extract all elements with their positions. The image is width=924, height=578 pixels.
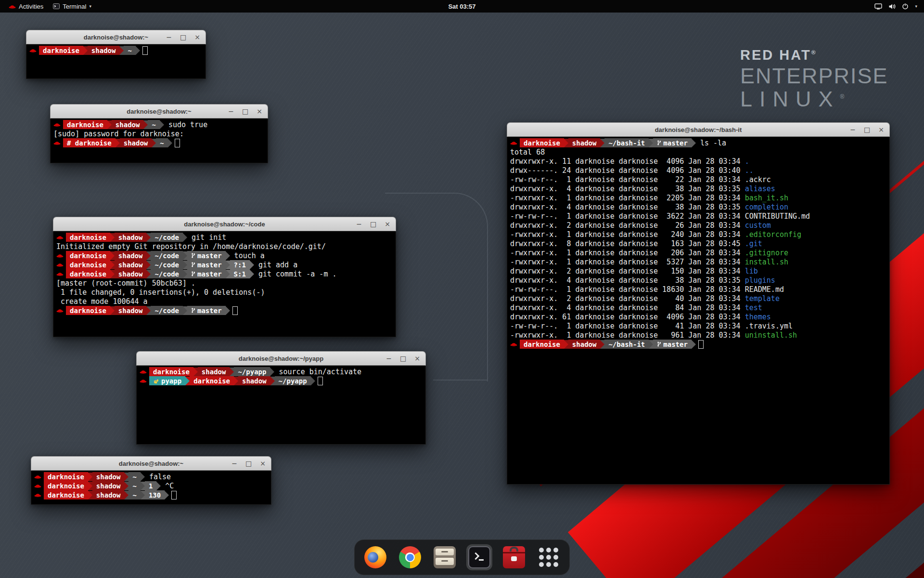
terminal-window-1[interactable]: darknoise@shadow:~−□×darknoiseshadow~ bbox=[26, 30, 206, 79]
terminal-window-6[interactable]: darknoise@shadow:~/bash-it−□×darknoisesh… bbox=[507, 122, 890, 485]
maximize-button[interactable]: □ bbox=[400, 355, 406, 362]
app-grid-icon bbox=[538, 546, 560, 568]
close-button[interactable]: × bbox=[194, 34, 200, 40]
activities-button[interactable]: Activities bbox=[4, 0, 48, 13]
terminal-line: [sudo] password for darknoise: bbox=[53, 129, 265, 138]
minimize-button[interactable]: − bbox=[166, 34, 172, 40]
maximize-button[interactable]: □ bbox=[180, 34, 186, 40]
terminal-content[interactable]: darknoiseshadow~/pyapp source bin/activa… bbox=[136, 366, 426, 445]
chrome-launcher[interactable] bbox=[397, 544, 423, 570]
close-button[interactable]: × bbox=[257, 108, 262, 115]
redhat-prompt-icon bbox=[56, 262, 64, 267]
powerline-arrow bbox=[119, 46, 124, 55]
window-titlebar[interactable]: darknoise@shadow:~/code−□× bbox=[53, 217, 396, 231]
maximize-button[interactable]: □ bbox=[242, 108, 248, 115]
output-text: -rwxrwxr-x. 1 darknoise darknoise 2205 J… bbox=[510, 194, 745, 202]
app-grid-launcher[interactable] bbox=[536, 544, 562, 570]
minimize-button[interactable]: − bbox=[386, 355, 392, 362]
powerline-arrow bbox=[110, 270, 115, 278]
system-menu[interactable]: ▾ bbox=[872, 0, 920, 13]
terminal-line: drwxrwxr-x. 4 darknoise darknoise 38 Jan… bbox=[510, 276, 886, 285]
terminal-content[interactable]: darknoiseshadow~/bash-itmaster ls -latot… bbox=[507, 137, 890, 485]
terminal-window-3[interactable]: darknoise@shadow:~/code−□×darknoiseshado… bbox=[53, 217, 396, 337]
close-button[interactable]: × bbox=[878, 126, 884, 133]
prompt-segment-path: ~/code bbox=[151, 260, 183, 269]
close-button[interactable]: × bbox=[385, 221, 390, 227]
prompt-segment-host: shadow bbox=[238, 376, 270, 385]
window-titlebar[interactable]: darknoise@shadow:~−□× bbox=[31, 456, 271, 471]
minimize-button[interactable]: − bbox=[850, 126, 856, 133]
redhat-prompt-icon bbox=[29, 48, 37, 53]
terminal-window-4[interactable]: darknoise@shadow:~/pyapp−□×darknoiseshad… bbox=[136, 351, 426, 445]
firefox-launcher[interactable] bbox=[362, 544, 388, 570]
prompt-segment-exit: 1 bbox=[145, 481, 156, 490]
prompt-segment-path: ~/code bbox=[151, 233, 183, 242]
terminal-window-5[interactable]: darknoise@shadow:~−□×darknoiseshadow~ fa… bbox=[31, 456, 271, 505]
output-text: uninstall.sh bbox=[745, 331, 797, 340]
output-text: lib bbox=[745, 267, 758, 276]
powerline-arrow bbox=[270, 368, 274, 376]
prompt-segment-venv: pyapp bbox=[149, 376, 185, 385]
terminal-line: -rw-rw-r--. 1 darknoise darknoise 3622 J… bbox=[510, 211, 886, 221]
powerline-arrow bbox=[600, 139, 604, 147]
output-text: drwxrwxr-x. 2 darknoise darknoise 40 Jan… bbox=[510, 294, 745, 303]
files-launcher[interactable] bbox=[432, 544, 458, 570]
close-button[interactable]: × bbox=[260, 460, 266, 467]
terminal-launcher[interactable] bbox=[466, 544, 492, 570]
minimize-button[interactable]: − bbox=[231, 460, 237, 467]
prompt-segment-host: shadow bbox=[115, 306, 147, 315]
maximize-button[interactable]: □ bbox=[370, 221, 376, 227]
window-controls: −□× bbox=[850, 123, 884, 136]
drawer bbox=[436, 558, 454, 565]
output-text: drwxrwxr-x. 61 darknoise darknoise 4096 … bbox=[510, 313, 745, 321]
powerline-arrow bbox=[146, 270, 151, 278]
prompt-segment-git: master bbox=[187, 269, 226, 278]
powerline-arrow bbox=[141, 491, 145, 499]
window-title: darknoise@shadow:~ bbox=[127, 108, 191, 115]
redhat-prompt-icon bbox=[56, 235, 64, 240]
prompt-segment-path: ~ bbox=[128, 490, 140, 499]
prompt-segment-user: # darknoise bbox=[63, 138, 116, 147]
firefox-icon bbox=[364, 546, 386, 568]
terminal-content[interactable]: darknoiseshadow~ sudo true[sudo] passwor… bbox=[50, 118, 268, 163]
window-title: darknoise@shadow:~/bash-it bbox=[655, 126, 742, 133]
terminal-window-2[interactable]: darknoise@shadow:~−□×darknoiseshadow~ su… bbox=[50, 104, 268, 163]
terminal-content[interactable]: darknoiseshadow~/code git initInitialize… bbox=[53, 231, 396, 337]
minimize-button[interactable]: − bbox=[228, 108, 234, 115]
close-button[interactable]: × bbox=[414, 355, 420, 362]
prompt-segment-host: shadow bbox=[120, 138, 152, 147]
terminal-content[interactable]: darknoiseshadow~ falsedarknoiseshadow~1 … bbox=[31, 471, 271, 505]
command-text: sudo true bbox=[164, 120, 207, 129]
window-titlebar[interactable]: darknoise@shadow:~−□× bbox=[50, 104, 268, 118]
top-bar: Activities Terminal ▾ Sat 03:57 ▾ bbox=[0, 0, 924, 13]
toolbox-launcher[interactable] bbox=[501, 544, 527, 570]
powerline-arrow bbox=[230, 368, 234, 376]
terminal-line: drwxrwxr-x. 2 darknoise darknoise 26 Jan… bbox=[510, 221, 886, 230]
window-titlebar[interactable]: darknoise@shadow:~/bash-it−□× bbox=[507, 122, 890, 137]
maximize-button[interactable]: □ bbox=[864, 126, 870, 133]
command-text: false bbox=[145, 473, 171, 481]
powerline-arrow bbox=[88, 482, 92, 490]
output-text: -rwxrwxr-x. 1 darknoise darknoise 5327 J… bbox=[510, 258, 745, 266]
prompt-segment-user: darknoise bbox=[66, 260, 110, 269]
window-titlebar[interactable]: darknoise@shadow:~−□× bbox=[26, 30, 206, 44]
terminal-line: darknoiseshadow~130 bbox=[34, 490, 268, 499]
prompt-segment-host: shadow bbox=[88, 46, 120, 55]
terminal-line: darknoiseshadow~ false bbox=[34, 472, 268, 481]
powerline-arrow bbox=[183, 261, 187, 269]
window-titlebar[interactable]: darknoise@shadow:~/pyapp−□× bbox=[136, 351, 426, 366]
minimize-button[interactable]: − bbox=[356, 221, 362, 227]
prompt-segment-host: shadow bbox=[115, 260, 147, 269]
powerline-arrow bbox=[692, 340, 696, 349]
powerline-arrow bbox=[183, 306, 187, 315]
clock[interactable]: Sat 03:57 bbox=[448, 3, 475, 10]
redhat-prompt-icon bbox=[34, 474, 41, 479]
terminal-content[interactable]: darknoiseshadow~ bbox=[26, 44, 206, 79]
terminal-line: 1 file changed, 0 insertions(+), 0 delet… bbox=[56, 288, 393, 297]
powerline-arrow bbox=[250, 270, 254, 278]
terminal-line: darknoiseshadow~ bbox=[29, 46, 203, 55]
app-menu[interactable]: Terminal ▾ bbox=[48, 0, 96, 13]
powerline-arrow bbox=[141, 482, 145, 490]
maximize-button[interactable]: □ bbox=[245, 460, 252, 467]
grid-dot bbox=[546, 562, 551, 567]
